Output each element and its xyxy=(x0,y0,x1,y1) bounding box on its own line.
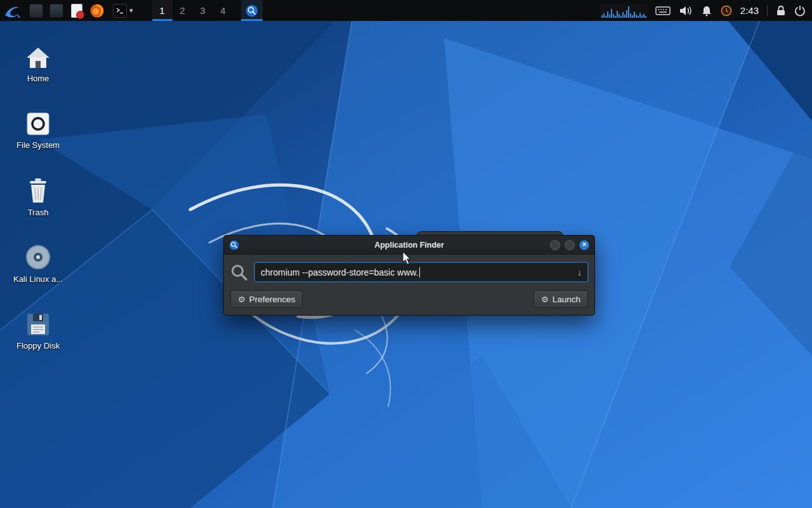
panel-separator xyxy=(767,5,768,17)
firefox-launcher-icon[interactable] xyxy=(88,2,105,19)
drive-icon xyxy=(8,104,69,137)
gear-icon: ⚙ xyxy=(238,295,246,304)
maximize-button[interactable] xyxy=(565,240,575,250)
home-icon xyxy=(8,37,69,70)
workspace-button-2[interactable]: 2 xyxy=(173,0,193,21)
desktop-icon-label: Trash xyxy=(8,208,69,217)
close-button[interactable]: ✕ xyxy=(579,240,589,250)
launch-icon: ⚙ xyxy=(541,295,549,304)
close-icon: ✕ xyxy=(582,242,587,248)
keyboard-layout-icon[interactable] xyxy=(655,6,671,16)
minimize-button[interactable] xyxy=(550,240,560,250)
command-input[interactable]: chromium --password-store=basic www. ↓ xyxy=(254,262,588,282)
window-icon xyxy=(229,240,239,250)
desktop-icon-kali-cd[interactable]: Kali Linux a... xyxy=(8,237,69,284)
chevron-down-icon: ▾ xyxy=(129,6,133,15)
workspace-button-1[interactable]: 1 xyxy=(152,0,173,21)
command-text: chromium --password-store=basic www. xyxy=(261,267,419,277)
desktop-icon-trash[interactable]: Trash xyxy=(8,171,69,217)
application-finder-window: Application Finder ✕ chromium --password… xyxy=(223,235,595,316)
text-caret xyxy=(419,267,420,277)
desktop-icon-label: File System xyxy=(8,140,69,150)
workspace-switcher: 1 2 3 4 xyxy=(152,0,233,21)
desktop-icon-file-system[interactable]: File System xyxy=(8,104,69,150)
window-title: Application Finder xyxy=(224,241,594,250)
titlebar[interactable]: Application Finder ✕ xyxy=(224,236,594,255)
cpu-graph[interactable] xyxy=(600,4,647,18)
top-panel: ▾ 1 2 3 4 xyxy=(0,0,812,21)
history-dropdown-icon[interactable]: ↓ xyxy=(577,267,582,277)
preferences-button-label: Preferences xyxy=(249,295,296,304)
lock-screen-icon[interactable] xyxy=(776,5,786,17)
search-icon xyxy=(230,264,248,281)
terminal-dropdown[interactable]: ▾ xyxy=(110,0,136,21)
floppy-icon xyxy=(8,304,69,337)
text-editor-launcher-icon[interactable] xyxy=(68,2,85,19)
file-manager-launcher-icon[interactable] xyxy=(27,2,44,19)
desktop-icon-label: Floppy Disk xyxy=(8,341,69,351)
disc-icon xyxy=(8,237,69,271)
panel-clock[interactable]: 2:43 xyxy=(740,5,759,16)
taskbar-application-finder[interactable] xyxy=(241,0,263,21)
desktop-icon-label: Home xyxy=(8,74,69,83)
window-launcher-icon[interactable] xyxy=(48,2,65,19)
trash-icon xyxy=(8,171,69,204)
notifications-bell-icon[interactable] xyxy=(701,5,712,17)
preferences-button[interactable]: ⚙ Preferences xyxy=(230,290,303,308)
kali-menu-icon[interactable] xyxy=(0,0,24,21)
workspace-button-3[interactable]: 3 xyxy=(193,0,213,21)
volume-icon[interactable] xyxy=(679,5,693,17)
logout-icon[interactable] xyxy=(794,5,806,17)
launch-button[interactable]: ⚙ Launch xyxy=(534,290,588,308)
desktop-icon-home[interactable]: Home xyxy=(8,37,69,83)
terminal-icon xyxy=(113,4,127,18)
workspace-button-4[interactable]: 4 xyxy=(213,0,233,21)
desktop-icon-floppy[interactable]: Floppy Disk xyxy=(8,304,69,351)
application-finder-icon xyxy=(246,4,258,17)
tray-status-icon[interactable] xyxy=(721,5,732,17)
desktop-icon-label: Kali Linux a... xyxy=(8,274,69,284)
launch-button-label: Launch xyxy=(553,295,580,304)
